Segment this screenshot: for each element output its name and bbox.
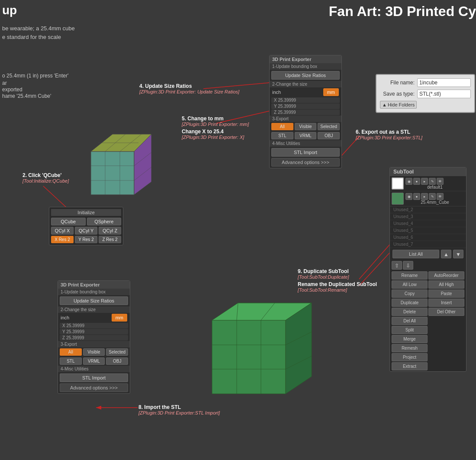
step4-label: 4. Update Size Ratios: [139, 83, 239, 89]
init-panel: Initialize QCube QSphere QCyl X QCyl Y Q…: [49, 207, 123, 245]
qcyl-y-btn[interactable]: QCyl Y: [75, 227, 97, 235]
step6-label: 6. Export out as a STL: [356, 129, 422, 135]
duplicate-btn[interactable]: Duplicate: [392, 299, 428, 307]
pe-stl-import-btn[interactable]: STL Import: [271, 148, 340, 157]
all-high-btn[interactable]: All High: [428, 280, 464, 289]
step5-sublabel2: [ZPlugin:3D Print Exporter: X]: [182, 135, 249, 140]
update-size-ratios-btn2[interactable]: Update Size Ratios: [60, 296, 128, 305]
pe-stl-btn[interactable]: STL: [271, 132, 293, 139]
del-all-btn[interactable]: Del All: [392, 317, 428, 325]
pe-bottom-selected-btn[interactable]: Selected: [106, 348, 128, 356]
pe-selected-btn[interactable]: Selected: [318, 123, 340, 130]
split-btn[interactable]: Split: [392, 326, 428, 334]
all-low-btn[interactable]: All Low: [392, 280, 428, 289]
y-res-btn[interactable]: Y Res 2: [75, 236, 97, 243]
save-dialog: File name: 1incube Save as type: STL(*.s…: [376, 74, 475, 113]
update-size-ratios-btn[interactable]: Update Size Ratios: [271, 71, 340, 80]
qsphere-btn[interactable]: QSphere: [87, 218, 122, 225]
tool2-vis-btn[interactable]: 👁: [437, 193, 444, 200]
pe-bottom-section4: 4-Misc Utilities: [58, 366, 130, 372]
step5-annotation: 5. Change to mm [ZPlugin:3D Print Export…: [182, 116, 249, 140]
pe-bottom-stl-import-btn[interactable]: STL Import: [60, 373, 128, 382]
pe-z-val: Z 25.39999: [271, 109, 340, 115]
hide-folders-btn[interactable]: ▲ Hide Folders: [380, 101, 417, 109]
tool1-ctrl1[interactable]: ●: [413, 178, 420, 185]
unused-2: Unused_2: [390, 206, 466, 213]
project-btn[interactable]: Project: [392, 353, 428, 361]
merge-btn[interactable]: Merge: [392, 335, 428, 343]
green-cube: [199, 294, 320, 407]
pe-vrml-btn[interactable]: VRML: [295, 132, 317, 139]
unused-3: Unused_3: [390, 213, 466, 220]
nav-up-btn[interactable]: ▲: [441, 250, 451, 258]
list-all-btn[interactable]: List All: [392, 250, 439, 258]
pe-bottom-all-btn[interactable]: All: [60, 348, 82, 356]
tool1-edit-btn[interactable]: ✎: [429, 178, 436, 185]
pe-visible-btn[interactable]: Visible: [295, 123, 317, 130]
tool1-vis-btn[interactable]: 👁: [437, 178, 444, 185]
delete-btn[interactable]: Delete: [392, 308, 428, 316]
nav-down-btn[interactable]: ▼: [453, 250, 463, 258]
init-panel-title: Initialize: [51, 209, 121, 216]
pe-x-val[interactable]: X 25.39999: [271, 97, 340, 103]
print-exporter-bottom: 3D Print Exporter 1-Update bounding box …: [58, 280, 130, 394]
insert-btn[interactable]: Insert: [428, 299, 464, 307]
step5-label1: 5. Change to mm: [182, 116, 249, 122]
qcyl-x-btn[interactable]: QCyl X: [51, 227, 74, 235]
step9-annotation: 9. Duplicate SubTool [Tool:SubTool:Dupli…: [298, 268, 377, 293]
nav-down2-btn[interactable]: ⇩: [403, 261, 413, 270]
pe-bottom-obj-btn[interactable]: OBJ: [106, 357, 128, 365]
pe-bottom-vrml-btn[interactable]: VRML: [83, 357, 105, 365]
tool2-ctrl1[interactable]: ●: [413, 193, 420, 200]
auto-reorder-btn[interactable]: AutoReorder: [428, 271, 464, 280]
pe-bottom-stl-btn[interactable]: STL: [60, 357, 82, 365]
instr-line1: o 25.4mm (1 in) press 'Enter': [2, 73, 68, 79]
pe-bottom-section2: 2-Change the size: [58, 306, 130, 313]
step4-annotation: 4. Update Size Ratios [ZPlugin:3D Print …: [139, 83, 239, 94]
subtool-panel: SubTool ◉ ● ▸ ✎ 👁 default1 ◉ ● ▸ ✎ 👁: [389, 167, 466, 372]
rename-btn[interactable]: Rename: [392, 271, 428, 280]
tool1-eye-btn[interactable]: ◉: [405, 178, 412, 185]
fan-art-title: Fan Art: 3D Printed Cy: [329, 3, 476, 19]
unused-4: Unused_4: [390, 220, 466, 227]
pe-bottom-mm-btn[interactable]: mm: [112, 314, 127, 322]
save-type-input[interactable]: STL(*.stl): [417, 90, 471, 98]
tool1-ctrl2[interactable]: ▸: [421, 178, 428, 185]
pe-top-header: 3D Print Exporter: [270, 55, 341, 63]
tool2-name: 25.4mm_Cube: [405, 200, 464, 205]
3d-cube-top: [65, 117, 151, 221]
pe-advanced-btn-top[interactable]: Advanced options >>>: [271, 158, 340, 167]
copy-btn[interactable]: Copy: [392, 290, 428, 298]
extract-btn[interactable]: Extract: [392, 362, 428, 370]
step9-sublabel2: [Tool:SubTool:Rename]: [298, 287, 377, 293]
pe-bottom-visible-btn[interactable]: Visible: [83, 348, 105, 356]
pe-advanced-btn-bottom[interactable]: Advanced options >>>: [60, 383, 128, 392]
qcyl-z-btn[interactable]: QCyl Z: [99, 227, 121, 235]
step5-sublabel1: [ZPlugin:3D Print Exporter: mm]: [182, 122, 249, 127]
instr-line3: exported: [2, 87, 23, 93]
pe-section2: 2-Change the size: [270, 81, 341, 87]
qcube-btn[interactable]: QCube: [51, 218, 86, 225]
pe-obj-btn[interactable]: OBJ: [318, 132, 340, 139]
pe-bottom-z-val: Z 25.39999: [60, 335, 128, 341]
subtool-item-1[interactable]: ◉ ● ▸ ✎ 👁 default1: [390, 176, 466, 191]
file-name-input[interactable]: 1incube: [417, 78, 471, 87]
tool2-ctrl2[interactable]: ▸: [421, 193, 428, 200]
step9-label: 9. Duplicate SubTool: [298, 268, 377, 274]
tool2-edit-btn[interactable]: ✎: [429, 193, 436, 200]
pe-bottom-inch-label: inch: [61, 315, 110, 320]
z-res-btn[interactable]: Z Res 2: [99, 236, 121, 243]
remesh-btn[interactable]: Remesh: [392, 344, 428, 352]
subtool-item-2[interactable]: ◉ ● ▸ ✎ 👁 25.4mm_Cube: [390, 191, 466, 206]
pe-bottom-x-val[interactable]: X 25.39999: [60, 323, 128, 328]
paste-btn[interactable]: Paste: [428, 290, 464, 298]
del-other-btn[interactable]: Del Other: [428, 308, 464, 316]
pe-all-btn[interactable]: All: [271, 123, 293, 130]
x-res-btn[interactable]: X Res 2: [51, 236, 74, 243]
step2-sublabel: [Tool:Initialize:QCube]: [23, 178, 69, 183]
step9-sublabel1: [Tool:SubTool:Duplicate]: [298, 274, 377, 280]
tool1-thumb: [392, 177, 404, 190]
tool2-eye-btn[interactable]: ◉: [405, 193, 412, 200]
nav-share-btn[interactable]: ⇧: [392, 261, 402, 270]
pe-unit-mm-btn[interactable]: mm: [323, 88, 339, 96]
